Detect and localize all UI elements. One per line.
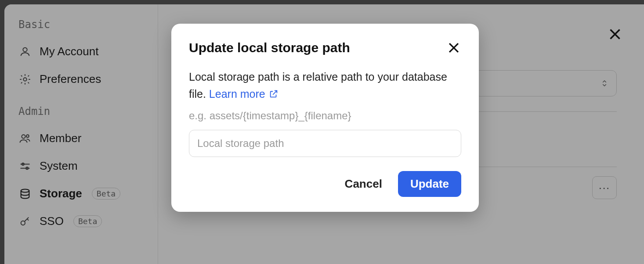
local-storage-path-input[interactable] [189,130,461,157]
learn-more-link[interactable]: Learn more [209,86,279,103]
update-storage-path-dialog: Update local storage path Local storage … [171,24,479,212]
external-link-icon [269,89,279,99]
update-button[interactable]: Update [398,171,461,197]
settings-panel: Basic My Account Preferences Admin Membe… [4,4,644,264]
learn-more-label: Learn more [209,86,265,103]
dialog-description: Local storage path is a relative path to… [189,68,461,103]
dialog-close-button[interactable] [446,40,461,57]
dialog-actions: Cancel Update [189,171,461,197]
dialog-title: Update local storage path [189,40,350,55]
close-icon [446,40,461,55]
cancel-button[interactable]: Cancel [341,173,386,195]
input-hint: e.g. assets/{timestamp}_{filename} [189,110,461,122]
